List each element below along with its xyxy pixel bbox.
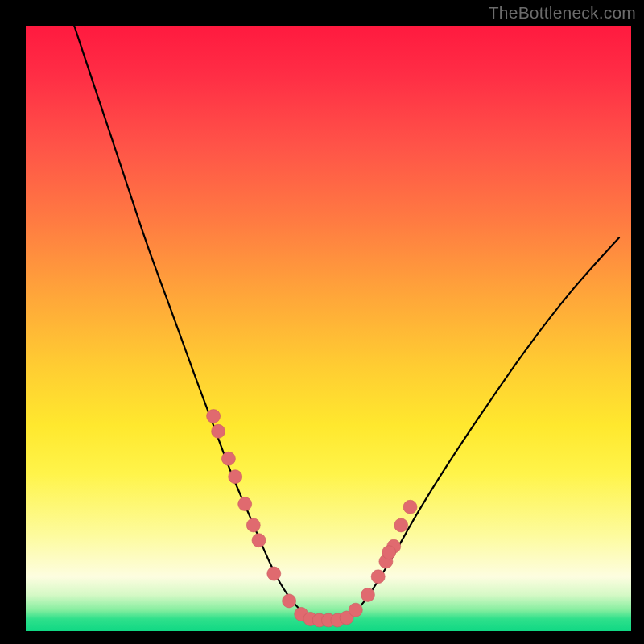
sample-dot	[252, 534, 266, 547]
sample-dot	[238, 497, 252, 511]
sample-dot	[207, 410, 221, 423]
chart-stage: TheBottleneck.com	[0, 0, 644, 644]
sample-dot	[283, 594, 296, 608]
sample-dot	[229, 470, 242, 484]
curve-layer	[26, 26, 631, 631]
sample-dot	[267, 567, 281, 580]
watermark-text: TheBottleneck.com	[489, 3, 636, 23]
sample-dot	[403, 500, 417, 514]
sample-dot	[349, 603, 362, 617]
sample-dot	[361, 588, 374, 601]
sample-dot	[246, 518, 260, 532]
sample-dot	[371, 570, 385, 584]
sample-dot	[382, 546, 396, 559]
sample-dots	[207, 410, 417, 628]
bottleneck-curve-path	[74, 26, 619, 620]
plot-area	[26, 26, 631, 631]
sample-dot	[221, 452, 235, 465]
sample-dot	[394, 518, 408, 532]
sample-dot	[212, 424, 225, 438]
